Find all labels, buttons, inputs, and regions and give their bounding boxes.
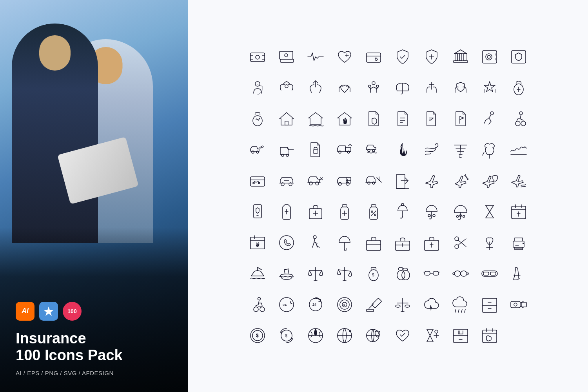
icon-truck-repair <box>332 136 358 163</box>
svg-point-122 <box>433 214 435 217</box>
svg-rect-114 <box>371 205 376 207</box>
svg-point-30 <box>372 82 375 85</box>
icon-hands-heart <box>332 74 358 101</box>
right-panel: $ 24 24 $ <box>188 0 588 392</box>
svg-point-124 <box>457 215 459 217</box>
icon-fire-flames <box>390 136 416 163</box>
icon-globe-fire <box>303 322 328 349</box>
svg-rect-12 <box>367 53 381 62</box>
svg-point-53 <box>519 112 523 115</box>
icon-dollar-bill <box>245 44 270 70</box>
svg-line-74 <box>483 152 484 155</box>
icon-heartbeat <box>303 44 328 70</box>
icon-car-speed-crash <box>361 167 387 194</box>
icon-house-fire <box>332 105 358 132</box>
icon-money-bag-dollar: $ <box>361 260 387 287</box>
icon-globe-arrows <box>332 322 358 349</box>
icon-house-flood <box>303 105 328 132</box>
icon-bank-building <box>448 44 474 70</box>
icon-shield-check <box>390 44 416 70</box>
icon-tree-storm <box>477 136 503 163</box>
svg-rect-19 <box>464 54 466 61</box>
svg-line-103 <box>465 174 468 180</box>
count-badge: 100 <box>63 302 82 321</box>
svg-point-121 <box>428 214 430 217</box>
person-left-silhouette <box>12 24 98 243</box>
svg-marker-0 <box>44 307 53 316</box>
icon-boat <box>245 260 270 287</box>
svg-point-186 <box>258 297 261 300</box>
icon-airplane <box>419 167 445 194</box>
icon-cabinet-drawer <box>477 291 503 318</box>
icon-hands-money <box>274 74 299 101</box>
icon-house-fire-alt <box>245 229 270 256</box>
icon-phone-shield <box>245 198 270 225</box>
icon-ambulance <box>332 167 358 194</box>
svg-line-153 <box>458 240 466 247</box>
icon-scales-balance <box>303 260 328 287</box>
icon-umbrella-person <box>390 198 416 225</box>
svg-line-205 <box>455 309 456 312</box>
icon-scales-unbalanced <box>332 260 358 287</box>
icon-car-repair <box>303 167 328 194</box>
svg-point-32 <box>376 85 379 87</box>
svg-line-34 <box>377 87 377 89</box>
icon-clock-24h: 24 <box>274 291 299 318</box>
icon-phone-circle <box>274 229 299 256</box>
icon-goggles-2 <box>448 260 474 287</box>
svg-marker-45 <box>309 113 323 124</box>
icon-money-bag <box>506 74 532 101</box>
svg-point-159 <box>523 243 524 244</box>
icon-document-flag <box>448 105 474 132</box>
svg-point-23 <box>487 55 490 58</box>
icon-earthquake <box>506 136 532 163</box>
svg-point-116 <box>371 211 373 212</box>
icon-document-shield <box>361 105 387 132</box>
icon-scale-simple <box>390 291 416 318</box>
icon-umbrella-family <box>419 198 445 225</box>
icon-airplane-shield <box>477 167 503 194</box>
icon-person-fall <box>477 105 503 132</box>
svg-rect-142 <box>367 240 381 250</box>
svg-rect-182 <box>490 272 496 275</box>
icon-medicine-bottle <box>332 198 358 225</box>
svg-rect-173 <box>433 271 439 275</box>
icon-car-insurance-card <box>245 167 270 194</box>
svg-line-206 <box>458 309 459 312</box>
svg-rect-199 <box>367 309 374 312</box>
svg-point-27 <box>255 82 260 86</box>
icon-coin-dollar: $ <box>245 322 270 349</box>
svg-rect-104 <box>254 205 261 218</box>
svg-rect-135 <box>250 237 265 249</box>
icon-gavel <box>361 291 387 318</box>
svg-rect-18 <box>459 54 462 61</box>
icon-car-basic <box>274 167 299 194</box>
svg-point-90 <box>338 182 341 185</box>
svg-text:24: 24 <box>312 303 316 307</box>
icon-cabinet-save <box>448 322 474 349</box>
icon-umbrella-group <box>448 198 474 225</box>
icon-elderly-care <box>303 229 328 256</box>
icon-goggles-3 <box>477 260 503 287</box>
icon-hands-umbrella <box>390 74 416 101</box>
svg-rect-1 <box>250 53 265 62</box>
svg-rect-20 <box>454 61 468 62</box>
icon-house <box>274 105 299 132</box>
icon-wheelchair-active <box>245 291 270 318</box>
svg-rect-213 <box>511 301 520 308</box>
icon-airplane-crash <box>448 167 474 194</box>
svg-line-207 <box>461 309 462 312</box>
svg-point-203 <box>405 305 410 307</box>
svg-point-171 <box>402 270 410 280</box>
icon-money-transfer <box>506 291 532 318</box>
svg-line-184 <box>514 275 515 278</box>
icon-first-aid-kit <box>303 198 328 225</box>
svg-rect-7 <box>279 51 293 59</box>
svg-rect-8 <box>280 59 294 62</box>
icon-clock-24h-refresh: 24 <box>303 291 328 318</box>
pack-title: Insurance 100 Icons Pack <box>16 330 172 364</box>
icon-scissors <box>448 229 474 256</box>
icon-card-shield <box>361 44 387 70</box>
icon-briefcase-open <box>390 229 416 256</box>
svg-rect-197 <box>372 298 381 308</box>
